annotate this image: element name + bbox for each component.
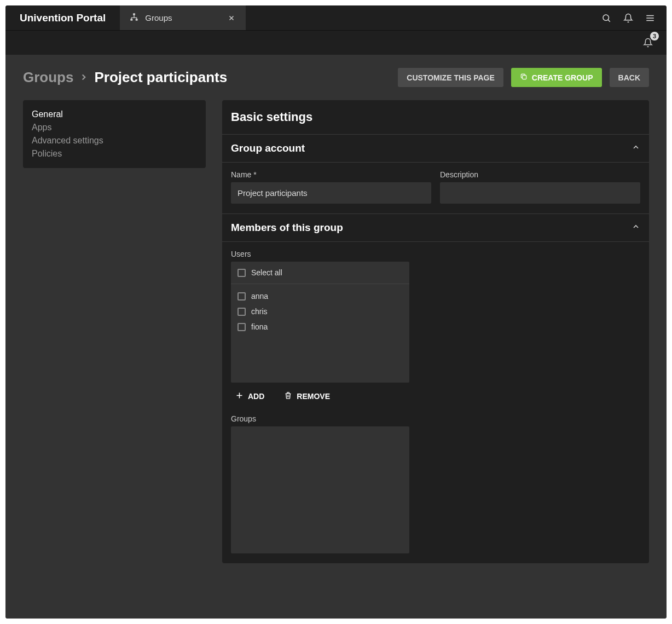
select-all-row[interactable]: Select all — [231, 262, 409, 284]
remove-user-button[interactable]: REMOVE — [280, 389, 334, 403]
content: Groups Project participants CUSTOMIZE TH… — [5, 55, 667, 619]
add-label: ADD — [248, 392, 264, 401]
header-buttons: CUSTOMIZE THIS PAGE CREATE GROUP BACK — [398, 68, 649, 87]
create-group-button[interactable]: CREATE GROUP — [511, 68, 602, 87]
app-title: Univention Portal — [5, 5, 120, 30]
search-button[interactable] — [596, 8, 616, 28]
user-name: fiona — [251, 322, 268, 331]
sitemap-icon — [130, 13, 138, 24]
create-group-label: CREATE GROUP — [532, 73, 593, 82]
sidebar-item-advanced[interactable]: Advanced settings — [32, 134, 197, 147]
breadcrumb-current: Project participants — [94, 69, 227, 86]
chevron-up-icon — [632, 222, 640, 233]
chevron-up-icon — [632, 143, 640, 154]
name-input[interactable] — [231, 182, 431, 204]
user-checkbox[interactable] — [237, 292, 246, 301]
menu-button[interactable] — [640, 8, 660, 28]
groups-listbox[interactable] — [231, 426, 409, 553]
tab-close-button[interactable] — [225, 11, 238, 25]
user-name: chris — [251, 307, 268, 316]
section-title: Members of this group — [231, 222, 343, 234]
sidebar-item-apps[interactable]: Apps — [32, 121, 197, 134]
chevron-right-icon — [79, 69, 89, 86]
section-title: Group account — [231, 142, 305, 154]
section-body-members: Users Select all anna — [222, 242, 649, 563]
breadcrumb: Groups Project participants — [23, 69, 227, 86]
copy-icon — [520, 73, 528, 82]
list-item[interactable]: anna — [231, 288, 409, 304]
remove-label: REMOVE — [297, 392, 330, 401]
plus-icon — [235, 391, 244, 401]
svg-point-3 — [603, 15, 609, 21]
users-list-actions: ADD REMOVE — [231, 389, 640, 403]
users-label: Users — [231, 250, 640, 258]
notifications-button[interactable]: 3 — [638, 33, 658, 53]
topbar: Univention Portal Groups — [5, 5, 667, 31]
svg-rect-1 — [131, 19, 133, 20]
tab-label: Groups — [145, 13, 218, 22]
user-checkbox[interactable] — [237, 308, 246, 316]
field-name: Name * — [231, 170, 431, 204]
breadcrumb-root[interactable]: Groups — [23, 69, 73, 86]
add-user-button[interactable]: ADD — [231, 389, 269, 403]
topbar-actions — [596, 5, 667, 30]
svg-rect-2 — [136, 19, 138, 20]
section-header-members[interactable]: Members of this group — [222, 214, 649, 242]
header-row: Groups Project participants CUSTOMIZE TH… — [23, 68, 649, 87]
subbar: 3 — [5, 31, 667, 55]
section-header-group-account[interactable]: Group account — [222, 135, 649, 163]
settings-sidebar: General Apps Advanced settings Policies — [23, 100, 206, 168]
description-input[interactable] — [440, 182, 640, 204]
sidebar-item-policies[interactable]: Policies — [32, 147, 197, 160]
field-description: Description — [440, 170, 640, 204]
panel-title: Basic settings — [222, 100, 649, 135]
section-body-group-account: Name * Description — [222, 163, 649, 214]
customize-page-button[interactable]: CUSTOMIZE THIS PAGE — [398, 68, 503, 87]
back-button[interactable]: BACK — [610, 68, 649, 87]
tab-groups[interactable]: Groups — [120, 5, 246, 30]
svg-rect-4 — [522, 76, 526, 79]
notification-count-badge: 3 — [650, 32, 659, 41]
list-item[interactable]: fiona — [231, 319, 409, 334]
user-name: anna — [251, 292, 268, 301]
user-checkbox[interactable] — [237, 323, 246, 331]
users-listbox: Select all anna chris — [231, 262, 409, 383]
select-all-label: Select all — [251, 268, 282, 277]
trash-icon — [284, 391, 292, 401]
sidebar-item-general[interactable]: General — [32, 108, 197, 121]
name-label: Name * — [231, 170, 431, 179]
list-item[interactable]: chris — [231, 304, 409, 319]
main-panel: Basic settings Group account Name * — [222, 100, 649, 563]
description-label: Description — [440, 170, 640, 179]
groups-label: Groups — [231, 414, 640, 423]
bell-button[interactable] — [618, 8, 638, 28]
svg-rect-0 — [133, 13, 135, 15]
select-all-checkbox[interactable] — [237, 269, 246, 277]
